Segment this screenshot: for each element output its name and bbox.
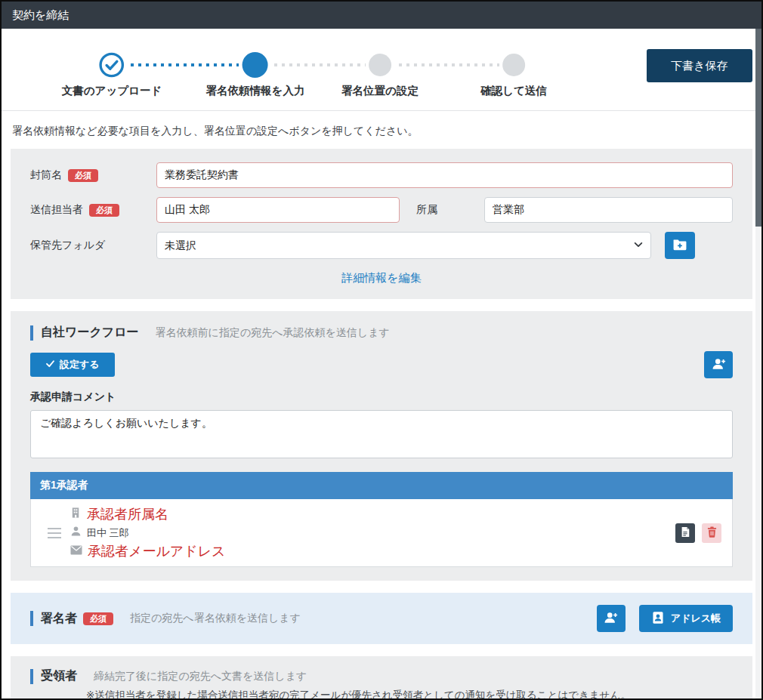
approver-group: 第1承認者 承認者所属名 田中 三郎	[30, 472, 733, 567]
scrollbar-thumb[interactable]	[755, 29, 761, 227]
folder-select[interactable]: 未選択	[156, 232, 651, 259]
address-book-icon	[651, 611, 665, 627]
envelope-name-label: 封筒名	[30, 168, 62, 182]
required-badge: 必須	[68, 169, 98, 182]
folder-label: 保管先フォルダ	[30, 239, 105, 252]
step-completed-check-icon	[99, 52, 125, 78]
section-accent-bar	[30, 611, 33, 626]
required-badge: 必須	[89, 204, 119, 217]
add-folder-button[interactable]	[665, 232, 695, 259]
approver-document-button[interactable]	[675, 523, 695, 543]
step-pending-icon	[502, 54, 525, 76]
building-icon	[70, 507, 82, 522]
wizard-stepper: 文書のアップロード 署名依頼情報を入力 署名位置の設定 確認して送信 下書き保存	[2, 29, 761, 111]
step-label: 署名位置の設定	[341, 84, 419, 98]
document-icon	[680, 526, 690, 540]
approver-group-header: 第1承認者	[30, 472, 733, 499]
add-signer-button[interactable]	[597, 605, 626, 632]
step-label: 確認して送信	[480, 84, 547, 98]
person-icon	[70, 526, 82, 540]
folder-plus-icon	[672, 238, 687, 254]
step-label: 署名依頼情報を入力	[206, 84, 305, 98]
step-upload-document: 文書のアップロード	[62, 52, 162, 98]
save-draft-button[interactable]: 下書き保存	[647, 49, 752, 82]
department-label: 所属	[416, 203, 484, 217]
address-book-button[interactable]: アドレス帳	[639, 605, 733, 632]
envelope-icon	[70, 544, 82, 558]
step-confirm-and-send: 確認して送信	[480, 52, 547, 98]
page-instruction: 署名依頼情報など必要な項目を入力し、署名位置の設定へボタンを押してください。	[12, 125, 751, 138]
step-set-signature-position: 署名位置の設定	[341, 52, 419, 98]
approval-comment-label: 承認申請コメント	[30, 390, 733, 404]
vertical-scrollbar[interactable]	[755, 29, 761, 698]
recipient-subtitle: 締結完了後に指定の宛先へ文書を送信します	[94, 670, 307, 683]
workflow-title: 自社ワークフロー	[41, 325, 139, 341]
edit-details-link[interactable]: 詳細情報を編集	[341, 271, 421, 284]
window-title: 契約を締結	[2, 2, 761, 29]
signer-title: 署名者	[41, 611, 77, 627]
approver-email-placeholder[interactable]: 承認者メールアドレス	[88, 542, 226, 560]
step-label: 文書のアップロード	[62, 84, 162, 98]
signer-panel: 署名者 必須 指定の宛先へ署名依頼を送信します アドレス帳	[11, 593, 752, 644]
recipient-note: ※送信担当者を登録した場合送信担当者宛の完了メールが優先され受領者としての通知を…	[86, 689, 733, 700]
signer-subtitle: 指定の宛先へ署名依頼を送信します	[130, 612, 301, 625]
section-accent-bar	[30, 325, 33, 341]
check-icon	[45, 359, 55, 371]
drag-handle[interactable]	[39, 528, 70, 538]
required-badge: 必須	[83, 612, 113, 625]
add-approver-button[interactable]	[704, 351, 733, 378]
section-accent-bar	[30, 669, 33, 684]
sender-label: 送信担当者	[30, 203, 83, 217]
trash-icon	[707, 526, 717, 540]
sender-name-input[interactable]	[156, 197, 400, 223]
workflow-subtitle: 署名依頼前に指定の宛先へ承認依頼を送信します	[156, 326, 390, 340]
department-input[interactable]	[484, 197, 733, 223]
person-plus-icon	[711, 356, 727, 374]
recipient-panel: 受領者 締結完了後に指定の宛先へ文書を送信します ※送信担当者を登録した場合送信…	[11, 656, 752, 700]
configure-workflow-button[interactable]: 設定する	[30, 353, 115, 377]
envelope-form-panel: 封筒名 必須 送信担当者 必須 所属 保管先フォルダ 未選択	[11, 149, 752, 299]
workflow-panel: 自社ワークフロー 署名依頼前に指定の宛先へ承認依頼を送信します 設定する 承認申…	[11, 311, 752, 581]
recipient-title: 受領者	[41, 668, 77, 684]
person-plus-icon	[603, 610, 619, 628]
approver-name[interactable]: 田中 三郎	[87, 526, 129, 540]
step-pending-icon	[369, 54, 391, 76]
step-enter-request-info: 署名依頼情報を入力	[206, 52, 305, 98]
delete-approver-button[interactable]	[702, 523, 721, 543]
step-active-icon	[242, 52, 268, 78]
approval-comment-textarea[interactable]: ご確認よろしくお願いいたします。	[30, 410, 733, 458]
approver-department-placeholder[interactable]: 承認者所属名	[87, 505, 168, 523]
envelope-name-input[interactable]	[156, 162, 733, 188]
approver-card: 承認者所属名 田中 三郎 承認者メールアドレス	[30, 499, 733, 567]
